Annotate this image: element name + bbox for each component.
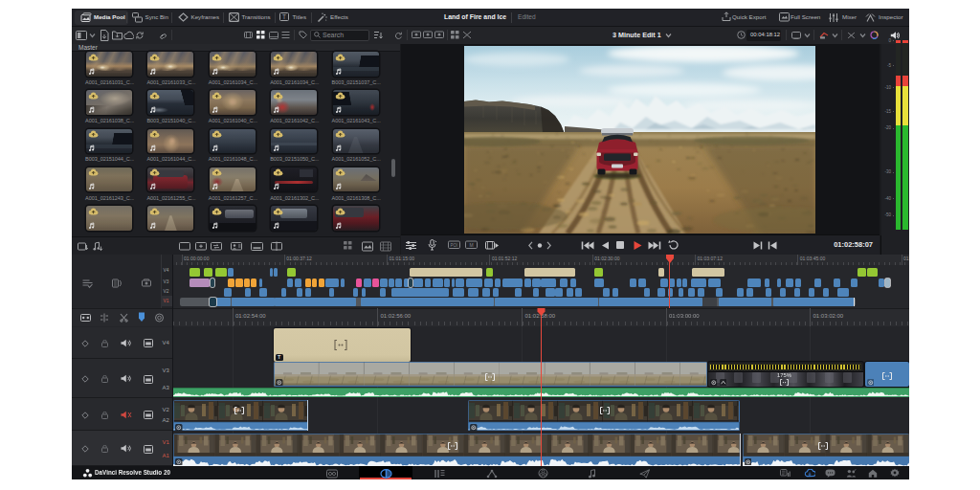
svg-text:POI: POI xyxy=(451,243,458,248)
svg-text:T: T xyxy=(282,13,286,20)
svg-text:M: M xyxy=(469,242,473,248)
